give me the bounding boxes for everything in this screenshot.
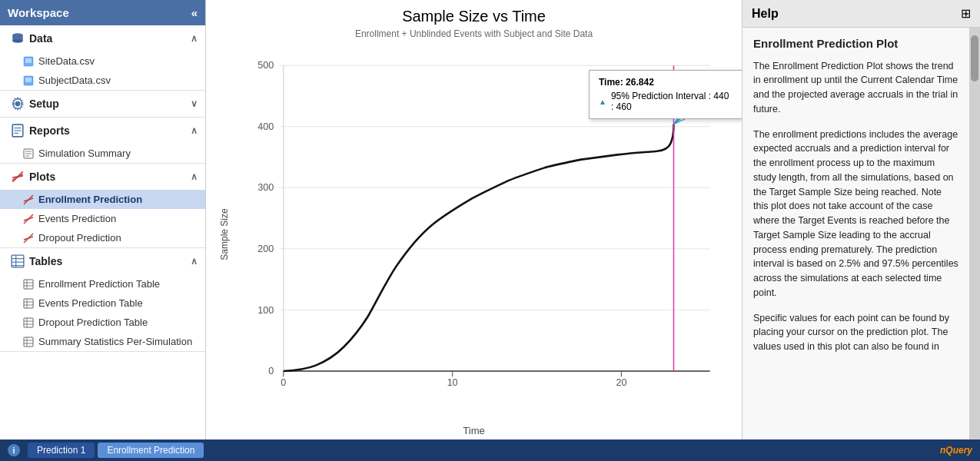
tooltip: Time: 26.842 ▲ 95% Prediction Interval :… <box>589 70 742 119</box>
status-bar: i Prediction 1 Enrollment Prediction nQu… <box>0 439 980 461</box>
dropout-prediction-label: Dropout Prediction <box>38 232 121 244</box>
reports-section-header[interactable]: Reports ∧ <box>0 118 205 144</box>
help-pin-icon[interactable]: ⊞ <box>961 6 971 21</box>
svg-text:10: 10 <box>447 377 458 388</box>
triangle-icon: ▲ <box>599 98 606 106</box>
subject-data-label: SubjectData.csv <box>38 75 111 86</box>
svg-text:400: 400 <box>257 121 274 132</box>
help-para-1: The Enrollment Prediction Plot shows the… <box>753 59 958 117</box>
chart-container: Sample Size vs Time Enrollment + Unblind… <box>206 0 742 439</box>
table-icon-1 <box>23 279 34 290</box>
enrollment-table-label: Enrollment Prediction Table <box>38 278 160 290</box>
summary-stats-label: Summary Statistics Per-Simulation <box>38 336 192 347</box>
help-scrollbar[interactable] <box>969 28 980 439</box>
simulation-summary-label: Simulation Summary <box>38 148 131 159</box>
plot-icon-3 <box>23 233 34 244</box>
status-brand: nQuery <box>940 445 972 456</box>
help-content: Enrollment Prediction Plot The Enrollmen… <box>742 28 969 439</box>
svg-rect-3 <box>24 57 33 66</box>
dropout-table-label: Dropout Prediction Table <box>38 317 148 328</box>
setup-section: Setup ∨ <box>0 91 205 118</box>
tables-section: Tables ∧ Enrollment Prediction Table <box>0 248 205 352</box>
dropout-table-item[interactable]: Dropout Prediction Table <box>0 313 205 332</box>
tooltip-interval-label: 95% Prediction Interval : 440 : 460 <box>611 91 733 112</box>
data-section-header[interactable]: Data ∧ <box>0 25 205 51</box>
table-icon-2 <box>23 298 34 309</box>
enrollment-prediction-label: Enrollment Prediction <box>38 194 142 205</box>
events-table-item[interactable]: Events Prediction Table <box>0 294 205 313</box>
site-data-label: SiteData.csv <box>38 55 95 67</box>
svg-line-24 <box>24 198 33 201</box>
dropout-prediction-item[interactable]: Dropout Prediction <box>0 228 205 247</box>
tooltip-time: Time: 26.842 <box>599 77 733 88</box>
setup-chevron: ∨ <box>191 98 198 109</box>
svg-point-11 <box>15 101 21 107</box>
plot-icon-1 <box>23 194 34 205</box>
help-panel: Help ⊞ Enrollment Prediction Plot The En… <box>742 0 980 439</box>
setup-section-header[interactable]: Setup ∨ <box>0 91 205 117</box>
tables-chevron: ∧ <box>191 256 198 267</box>
data-label: Data <box>29 32 52 45</box>
help-panel-inner: Enrollment Prediction Plot The Enrollmen… <box>742 28 980 439</box>
help-scroll-thumb[interactable] <box>971 35 978 81</box>
svg-rect-34 <box>24 280 33 289</box>
plot-icon-2 <box>23 214 34 224</box>
reports-chevron: ∧ <box>191 125 198 136</box>
plots-section-header[interactable]: Plots ∧ <box>0 164 205 190</box>
svg-rect-7 <box>24 76 33 85</box>
help-para-3: Specific values for each point can be fo… <box>753 311 958 354</box>
data-section: Data ∧ SiteData.csv <box>0 25 205 91</box>
sidebar: Workspace « Data ∧ <box>0 0 206 439</box>
tables-section-header[interactable]: Tables ∧ <box>0 248 205 274</box>
x-axis-label: Time <box>463 425 484 436</box>
summary-stats-item[interactable]: Summary Statistics Per-Simulation <box>0 332 205 351</box>
chart-area: Sample Size Time: 26.842 ▲ 95% Predictio… <box>214 45 734 423</box>
tables-icon <box>11 254 25 268</box>
svg-rect-38 <box>24 299 33 308</box>
svg-rect-42 <box>24 318 33 327</box>
simulation-summary-item[interactable]: Simulation Summary <box>0 144 205 163</box>
plots-chevron: ∧ <box>191 171 198 182</box>
svg-text:100: 100 <box>257 305 274 316</box>
reports-label: Reports <box>29 124 70 137</box>
y-axis-label-wrap: Sample Size <box>214 45 235 423</box>
svg-text:500: 500 <box>257 60 274 71</box>
site-data-item[interactable]: SiteData.csv <box>0 51 205 71</box>
svg-text:0: 0 <box>281 377 286 388</box>
events-table-label: Events Prediction Table <box>38 297 143 309</box>
sidebar-header: Workspace « <box>0 0 205 25</box>
events-prediction-item[interactable]: Events Prediction <box>0 209 205 228</box>
setup-label: Setup <box>29 98 59 110</box>
subject-data-item[interactable]: SubjectData.csv <box>0 71 205 90</box>
tooltip-interval: ▲ 95% Prediction Interval : 440 : 460 <box>599 91 733 112</box>
plots-label: Plots <box>29 171 55 183</box>
events-prediction-label: Events Prediction <box>38 213 116 224</box>
sidebar-collapse-icon[interactable]: « <box>191 6 198 19</box>
help-title: Help <box>752 7 779 21</box>
gear-icon <box>11 97 25 111</box>
enrollment-prediction-item[interactable]: Enrollment Prediction <box>0 190 205 209</box>
table-icon-4 <box>23 337 34 347</box>
status-tab-prediction1[interactable]: Prediction 1 <box>28 443 95 458</box>
brand-accent: Query <box>945 445 972 456</box>
svg-line-26 <box>24 217 33 221</box>
svg-line-28 <box>24 237 33 240</box>
svg-text:200: 200 <box>257 244 274 254</box>
plots-icon <box>11 170 25 184</box>
help-header: Help ⊞ <box>742 0 980 28</box>
table-icon-3 <box>23 317 34 328</box>
status-tabs: Prediction 1 Enrollment Prediction <box>28 443 204 458</box>
help-section-title: Enrollment Prediction Plot <box>753 35 958 53</box>
svg-text:300: 300 <box>257 182 274 193</box>
enrollment-table-item[interactable]: Enrollment Prediction Table <box>0 274 205 294</box>
workspace-title: Workspace <box>8 6 69 19</box>
svg-area: Time: 26.842 ▲ 95% Prediction Interval :… <box>235 45 734 423</box>
y-axis-label: Sample Size <box>219 208 230 260</box>
plots-section: Plots ∧ Enrollment Prediction Events Pre… <box>0 164 205 248</box>
svg-text:0: 0 <box>268 366 274 376</box>
cylinder-icon <box>11 32 25 45</box>
chart-panel: Sample Size vs Time Enrollment + Unblind… <box>206 0 980 439</box>
svg-text:20: 20 <box>616 377 626 388</box>
tables-label: Tables <box>29 255 62 267</box>
status-tab-enrollment[interactable]: Enrollment Prediction <box>98 443 204 458</box>
